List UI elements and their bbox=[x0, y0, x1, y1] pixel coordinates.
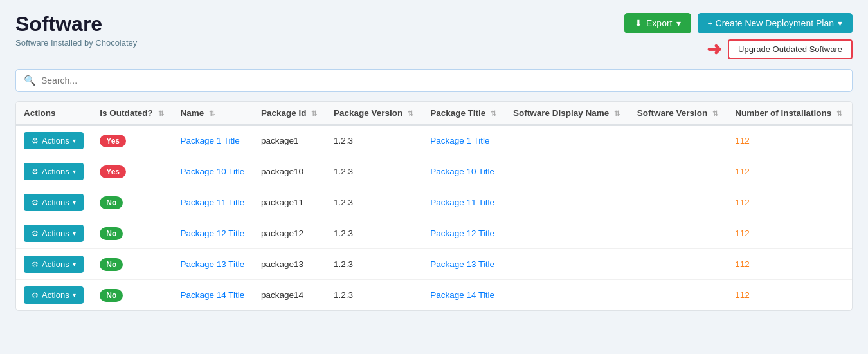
software-table: Actions Is Outdated? ⇅ Name ⇅ Package Id… bbox=[16, 102, 852, 310]
package-name-link[interactable]: Package 14 Title bbox=[180, 290, 244, 300]
cell-actions-2: ⚙ Actions ▾ bbox=[16, 187, 92, 218]
cell-displayname-5 bbox=[505, 280, 629, 311]
search-input[interactable] bbox=[41, 75, 844, 86]
cell-name-2: Package 11 Title bbox=[172, 187, 253, 218]
cell-name-5: Package 14 Title bbox=[172, 280, 253, 311]
outdated-badge: Yes bbox=[100, 165, 126, 178]
cell-installations-2: 112 bbox=[727, 187, 852, 218]
search-icon: 🔍 bbox=[24, 75, 36, 86]
cell-installations-3: 112 bbox=[727, 218, 852, 249]
actions-caret-icon: ▾ bbox=[73, 199, 76, 206]
cell-packageid-5: package14 bbox=[253, 280, 326, 311]
outdated-badge: No bbox=[100, 289, 123, 302]
actions-button-3[interactable]: ⚙ Actions ▾ bbox=[24, 225, 84, 242]
col-header-software-display-name[interactable]: Software Display Name ⇅ bbox=[505, 102, 629, 125]
search-bar: 🔍 bbox=[15, 69, 853, 92]
package-title-link[interactable]: Package 13 Title bbox=[430, 259, 494, 269]
cell-displayname-3 bbox=[505, 218, 629, 249]
cell-packageid-2: package11 bbox=[253, 187, 326, 218]
actions-label: Actions bbox=[42, 259, 69, 269]
gear-icon: ⚙ bbox=[32, 291, 39, 300]
export-icon: ⬇ bbox=[635, 18, 642, 28]
outdated-badge: No bbox=[100, 258, 123, 271]
cell-softwareversion-4 bbox=[629, 249, 728, 280]
cell-title-1: Package 10 Title bbox=[422, 156, 505, 187]
cell-version-4: 1.2.3 bbox=[326, 249, 422, 280]
cell-actions-4: ⚙ Actions ▾ bbox=[16, 249, 92, 280]
export-button[interactable]: ⬇ Export ▾ bbox=[624, 13, 691, 33]
package-name-link[interactable]: Package 10 Title bbox=[180, 167, 244, 176]
actions-button-4[interactable]: ⚙ Actions ▾ bbox=[24, 256, 84, 273]
actions-label: Actions bbox=[42, 167, 69, 176]
installations-count: 112 bbox=[735, 136, 750, 145]
actions-label: Actions bbox=[42, 228, 69, 238]
package-name-link[interactable]: Package 11 Title bbox=[180, 198, 244, 207]
actions-caret-icon: ▾ bbox=[73, 292, 76, 299]
col-header-installations[interactable]: Number of Installations ⇅ bbox=[727, 102, 852, 125]
installations-count: 112 bbox=[735, 167, 750, 176]
sort-icon-installations: ⇅ bbox=[836, 109, 842, 118]
actions-button-0[interactable]: ⚙ Actions ▾ bbox=[24, 132, 84, 149]
software-table-container: Actions Is Outdated? ⇅ Name ⇅ Package Id… bbox=[15, 101, 853, 311]
cell-title-2: Package 11 Title bbox=[422, 187, 505, 218]
table-row: ⚙ Actions ▾ Yes Package 1 Title package1… bbox=[16, 125, 852, 156]
installations-count: 112 bbox=[735, 290, 750, 300]
cell-outdated-2: No bbox=[92, 187, 172, 218]
cell-version-5: 1.2.3 bbox=[326, 280, 422, 311]
cell-name-3: Package 12 Title bbox=[172, 218, 253, 249]
installations-count: 112 bbox=[735, 228, 750, 238]
table-row: ⚙ Actions ▾ No Package 13 Title package1… bbox=[16, 249, 852, 280]
cell-softwareversion-2 bbox=[629, 187, 728, 218]
col-header-is-outdated[interactable]: Is Outdated? ⇅ bbox=[92, 102, 172, 125]
outdated-badge: No bbox=[100, 227, 123, 240]
actions-label: Actions bbox=[42, 136, 69, 145]
cell-actions-5: ⚙ Actions ▾ bbox=[16, 280, 92, 311]
cell-version-0: 1.2.3 bbox=[326, 125, 422, 156]
cell-actions-1: ⚙ Actions ▾ bbox=[16, 156, 92, 187]
sort-icon-softwareversion: ⇅ bbox=[712, 109, 718, 118]
package-title-link[interactable]: Package 10 Title bbox=[430, 167, 494, 176]
col-header-package-id[interactable]: Package Id ⇅ bbox=[253, 102, 326, 125]
actions-button-1[interactable]: ⚙ Actions ▾ bbox=[24, 163, 84, 180]
upgrade-arrow-icon: ➜ bbox=[707, 39, 721, 60]
actions-caret-icon: ▾ bbox=[73, 230, 76, 237]
package-name-link[interactable]: Package 12 Title bbox=[180, 228, 244, 238]
upgrade-outdated-button[interactable]: Upgrade Outdated Software bbox=[728, 39, 853, 59]
sort-icon-name: ⇅ bbox=[209, 109, 215, 118]
gear-icon: ⚙ bbox=[32, 167, 39, 176]
package-title-link[interactable]: Package 1 Title bbox=[430, 136, 489, 145]
package-name-link[interactable]: Package 13 Title bbox=[180, 259, 244, 269]
sort-icon-displayname: ⇅ bbox=[614, 109, 620, 118]
cell-outdated-5: No bbox=[92, 280, 172, 311]
package-title-link[interactable]: Package 14 Title bbox=[430, 290, 494, 300]
cell-softwareversion-5 bbox=[629, 280, 728, 311]
create-deployment-button[interactable]: + Create New Deployment Plan ▾ bbox=[698, 13, 853, 33]
col-header-software-version[interactable]: Software Version ⇅ bbox=[629, 102, 728, 125]
col-header-package-title[interactable]: Package Title ⇅ bbox=[422, 102, 505, 125]
cell-actions-0: ⚙ Actions ▾ bbox=[16, 125, 92, 156]
page-title: Software bbox=[15, 13, 137, 35]
table-row: ⚙ Actions ▾ Yes Package 10 Title package… bbox=[16, 156, 852, 187]
cell-outdated-0: Yes bbox=[92, 125, 172, 156]
cell-title-4: Package 13 Title bbox=[422, 249, 505, 280]
cell-displayname-1 bbox=[505, 156, 629, 187]
cell-packageid-3: package12 bbox=[253, 218, 326, 249]
package-title-link[interactable]: Package 12 Title bbox=[430, 228, 494, 238]
cell-packageid-1: package10 bbox=[253, 156, 326, 187]
table-header-row: Actions Is Outdated? ⇅ Name ⇅ Package Id… bbox=[16, 102, 852, 125]
actions-button-5[interactable]: ⚙ Actions ▾ bbox=[24, 286, 84, 304]
cell-packageid-4: package13 bbox=[253, 249, 326, 280]
actions-label: Actions bbox=[42, 290, 69, 300]
col-header-package-version[interactable]: Package Version ⇅ bbox=[326, 102, 422, 125]
package-title-link[interactable]: Package 11 Title bbox=[430, 198, 494, 207]
table-row: ⚙ Actions ▾ No Package 14 Title package1… bbox=[16, 280, 852, 311]
cell-installations-0: 112 bbox=[727, 125, 852, 156]
col-header-name[interactable]: Name ⇅ bbox=[172, 102, 253, 125]
col-header-actions: Actions bbox=[16, 102, 92, 125]
actions-label: Actions bbox=[42, 198, 69, 207]
cell-name-4: Package 13 Title bbox=[172, 249, 253, 280]
actions-button-2[interactable]: ⚙ Actions ▾ bbox=[24, 194, 84, 211]
package-name-link[interactable]: Package 1 Title bbox=[180, 136, 239, 145]
action-buttons-area: ⬇ Export ▾ + Create New Deployment Plan … bbox=[624, 13, 853, 60]
cell-softwareversion-3 bbox=[629, 218, 728, 249]
